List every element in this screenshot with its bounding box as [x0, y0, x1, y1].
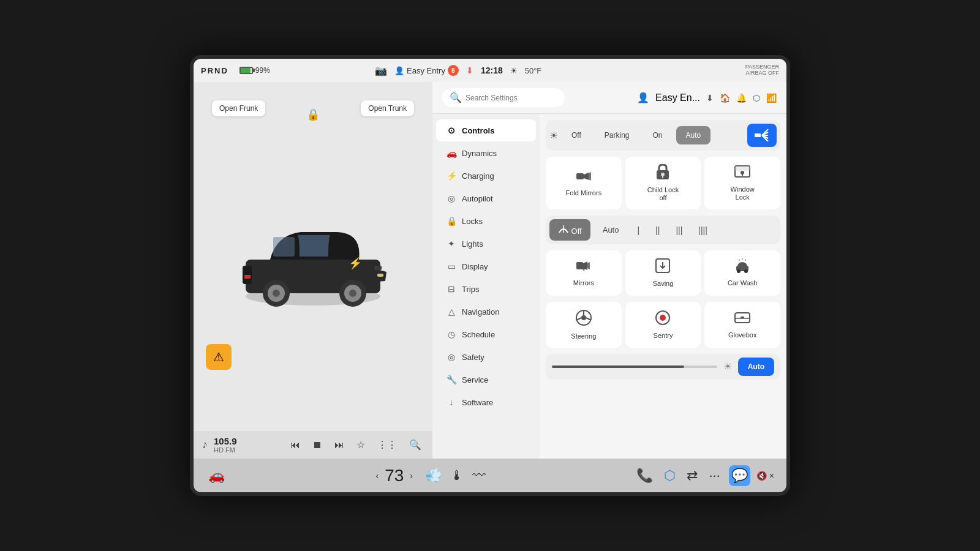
bottom-controls-grid: Steering Sentry	[546, 302, 780, 348]
glovebox-label: Glovebox	[728, 331, 756, 339]
nav-item-safety[interactable]: ◎ Safety	[436, 346, 536, 368]
media-frequency: 105.9	[214, 436, 282, 446]
car-view-area: Open Frunk Open Trunk 🔒	[194, 82, 432, 431]
mirrors-button[interactable]: Mirrors	[546, 250, 622, 295]
favorites-button[interactable]: ☆	[354, 437, 368, 453]
nav-item-controls[interactable]: ⊙ Controls	[436, 119, 536, 141]
car-wash-button[interactable]: Car Wash	[704, 250, 780, 295]
nav-label-trips: Trips	[462, 285, 479, 294]
profile-icon: 👤	[637, 92, 649, 103]
service-icon: 🔧	[446, 375, 457, 384]
steering-icon	[575, 309, 592, 329]
glovebox-button[interactable]: Glovebox	[704, 302, 780, 348]
nav-item-navigation[interactable]: △ Navigation	[436, 301, 536, 323]
airbag-label: PASSENGERAIRBAG OFF	[745, 64, 779, 77]
light-parking-button[interactable]: Parking	[595, 126, 639, 144]
nav-item-dynamics[interactable]: 🚗 Dynamics	[436, 142, 536, 164]
light-auto-button[interactable]: Auto	[676, 126, 711, 144]
phone-button[interactable]: 📞	[634, 465, 655, 486]
prev-track-button[interactable]: ⏮	[288, 437, 303, 453]
child-lock-button[interactable]: Child Lockoff	[625, 157, 701, 209]
search-media-button[interactable]: 🔍	[407, 437, 424, 453]
queue-button[interactable]: ⋮⋮	[375, 437, 399, 453]
settings-body: ⊙ Controls 🚗 Dynamics ⚡ Charging ◎ Autop…	[432, 114, 786, 459]
lock-icon: 🔒	[306, 108, 320, 121]
wiper-icon	[558, 224, 569, 234]
settings-header: 🔍 👤 Easy En... ⬇ 🏠 🔔 ⬡ 📶	[432, 82, 786, 114]
nav-item-software[interactable]: ↓ Software	[436, 391, 536, 413]
signal-icon: 📶	[766, 93, 777, 103]
nav-item-locks[interactable]: 🔒 Locks	[436, 210, 536, 232]
nav-label-navigation: Navigation	[462, 307, 499, 317]
mute-icon: 🔇	[756, 471, 767, 481]
temp-down-button[interactable]: ‹	[373, 468, 381, 483]
nav-label-schedule: Schedule	[462, 330, 495, 339]
search-input[interactable]	[466, 94, 557, 102]
nav-item-autopilot[interactable]: ◎ Autopilot	[436, 187, 536, 209]
time-display: 12:18	[481, 66, 503, 75]
sentry-button[interactable]: Sentry	[625, 302, 701, 348]
open-trunk-button[interactable]: Open Trunk	[361, 100, 414, 116]
nav-item-display[interactable]: ▭ Display	[436, 255, 536, 277]
nav-item-lights[interactable]: ✦ Lights	[436, 233, 536, 255]
open-frunk-button[interactable]: Open Frunk	[212, 100, 265, 116]
sun-light-icon: ☀	[549, 130, 558, 141]
bluetooth-button[interactable]: ⬡	[662, 465, 678, 486]
light-off-button[interactable]: Off	[562, 126, 591, 144]
wiper-taskbar-button[interactable]: 〰	[470, 465, 488, 486]
svg-rect-24	[735, 166, 750, 171]
fold-mirrors-label: Fold Mirrors	[565, 189, 601, 197]
nav-label-display: Display	[462, 262, 488, 271]
nav-label-dynamics: Dynamics	[462, 149, 497, 158]
temp-up-button[interactable]: ›	[407, 468, 415, 483]
middle-controls-grid: Mirrors Saving	[546, 250, 780, 295]
software-icon: ↓	[446, 397, 457, 407]
stop-button[interactable]: ⏹	[310, 437, 325, 453]
svg-rect-2	[273, 237, 295, 257]
temperature-value: 73	[385, 466, 404, 485]
nav-item-schedule[interactable]: ◷ Schedule	[436, 323, 536, 345]
saving-button[interactable]: Saving	[625, 250, 701, 295]
wiper-speed-3-button[interactable]: |||	[669, 222, 688, 239]
defrost-button[interactable]: 🌡	[448, 465, 466, 486]
navigation-icon: △	[446, 307, 457, 317]
svg-point-6	[273, 290, 280, 297]
volume-control: 🔇 ×	[756, 471, 774, 481]
svg-line-36	[576, 318, 581, 320]
nav-item-charging[interactable]: ⚡ Charging	[436, 165, 536, 187]
nav-label-autopilot: Autopilot	[462, 194, 493, 203]
brightness-slider[interactable]	[552, 365, 717, 368]
messages-button[interactable]: 💬	[729, 465, 750, 486]
saving-label: Saving	[653, 280, 674, 288]
top-controls-grid: Fold Mirrors Child L	[546, 157, 780, 209]
warning-button[interactable]: ⚠	[206, 344, 232, 370]
car-home-button[interactable]: 🚗	[206, 465, 227, 486]
media-info: 105.9 HD FM	[214, 436, 282, 454]
fold-mirrors-button[interactable]: Fold Mirrors	[546, 157, 622, 209]
svg-rect-12	[244, 275, 251, 279]
next-track-button[interactable]: ⏭	[332, 437, 347, 453]
search-box[interactable]: 🔍	[442, 88, 565, 107]
child-lock-icon	[655, 164, 670, 183]
nav-item-trips[interactable]: ⊟ Trips	[436, 278, 536, 300]
wiper-auto-button[interactable]: Auto	[594, 220, 628, 239]
wiper-speed-2-button[interactable]: ||	[649, 222, 666, 239]
main-content: Open Frunk Open Trunk 🔒	[194, 82, 786, 459]
steering-button[interactable]: Steering	[546, 302, 622, 348]
light-on-button[interactable]: On	[643, 126, 672, 144]
wiper-off-button[interactable]: Off	[549, 219, 590, 241]
high-beam-icon	[755, 129, 769, 141]
display-icon: ▭	[446, 261, 457, 271]
auto-brightness-button[interactable]: Auto	[738, 358, 774, 376]
shuffle-button[interactable]: ⇄	[684, 465, 700, 486]
status-bar: PRND 99% 📷 👤 Easy Entry 8 ⬇ 12:18 ☀ 50°F…	[194, 59, 786, 82]
more-button[interactable]: ···	[706, 465, 722, 486]
wiper-speed-1-button[interactable]: |	[631, 222, 646, 239]
window-lock-button[interactable]: WindowLock	[704, 157, 780, 209]
hvac-button[interactable]: 💨	[423, 465, 444, 486]
nav-item-service[interactable]: 🔧 Service	[436, 369, 536, 391]
nav-label-controls: Controls	[462, 126, 494, 135]
high-beam-button[interactable]	[747, 124, 777, 147]
wiper-speed-4-button[interactable]: ||||	[692, 222, 714, 239]
download-icon: ⬇	[706, 93, 714, 103]
